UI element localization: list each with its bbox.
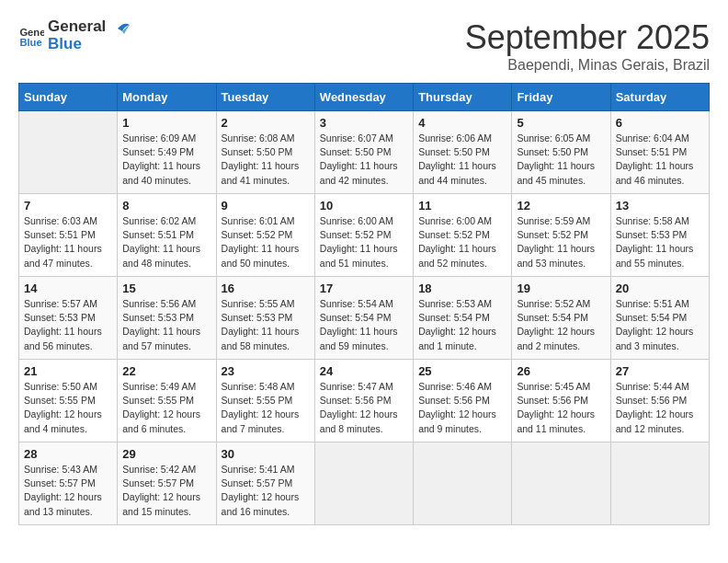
calendar-cell: 7Sunrise: 6:03 AM Sunset: 5:51 PM Daylig… <box>19 194 118 277</box>
location-subtitle: Baependi, Minas Gerais, Brazil <box>465 57 710 74</box>
day-info: Sunrise: 5:59 AM Sunset: 5:52 PM Dayligh… <box>517 214 605 270</box>
day-number: 30 <box>222 447 310 461</box>
logo: General Blue General Blue <box>18 18 131 52</box>
calendar-cell <box>610 442 709 525</box>
calendar-cell: 29Sunrise: 5:42 AM Sunset: 5:57 PM Dayli… <box>118 442 216 525</box>
day-info: Sunrise: 5:53 AM Sunset: 5:54 PM Dayligh… <box>418 297 506 353</box>
week-row-2: 7Sunrise: 6:03 AM Sunset: 5:51 PM Daylig… <box>19 194 710 277</box>
day-number: 21 <box>24 364 112 378</box>
day-number: 2 <box>222 116 310 130</box>
calendar-cell: 10Sunrise: 6:00 AM Sunset: 5:52 PM Dayli… <box>314 194 413 277</box>
calendar-cell: 17Sunrise: 5:54 AM Sunset: 5:54 PM Dayli… <box>314 277 413 360</box>
day-number: 26 <box>517 364 605 378</box>
calendar-cell: 25Sunrise: 5:46 AM Sunset: 5:56 PM Dayli… <box>414 360 512 442</box>
day-number: 18 <box>418 282 506 295</box>
calendar-cell: 19Sunrise: 5:52 AM Sunset: 5:54 PM Dayli… <box>512 277 610 360</box>
calendar-body: 1Sunrise: 6:09 AM Sunset: 5:49 PM Daylig… <box>19 111 710 525</box>
day-number: 20 <box>616 282 704 295</box>
day-info: Sunrise: 5:54 AM Sunset: 5:54 PM Dayligh… <box>320 297 408 353</box>
header-day-friday: Friday <box>512 84 610 111</box>
day-number: 7 <box>24 199 112 213</box>
day-number: 5 <box>517 116 605 130</box>
day-number: 4 <box>418 116 506 130</box>
header-row: SundayMondayTuesdayWednesdayThursdayFrid… <box>19 84 710 111</box>
calendar-cell <box>414 442 512 525</box>
day-info: Sunrise: 5:50 AM Sunset: 5:55 PM Dayligh… <box>24 380 112 436</box>
header-day-tuesday: Tuesday <box>216 84 314 111</box>
header-day-wednesday: Wednesday <box>314 84 413 111</box>
day-info: Sunrise: 5:55 AM Sunset: 5:53 PM Dayligh… <box>222 297 310 353</box>
month-title: September 2025 <box>465 18 710 57</box>
logo-blue: Blue <box>48 36 106 53</box>
week-row-4: 21Sunrise: 5:50 AM Sunset: 5:55 PM Dayli… <box>19 360 710 442</box>
calendar-cell: 5Sunrise: 6:05 AM Sunset: 5:50 PM Daylig… <box>512 111 610 194</box>
day-number: 3 <box>320 116 408 130</box>
header-day-saturday: Saturday <box>610 84 709 111</box>
logo-general: General <box>48 18 106 36</box>
logo-icon: General Blue <box>18 23 44 49</box>
calendar-cell: 12Sunrise: 5:59 AM Sunset: 5:52 PM Dayli… <box>512 194 610 277</box>
calendar-cell: 9Sunrise: 6:01 AM Sunset: 5:52 PM Daylig… <box>216 194 314 277</box>
calendar-cell: 18Sunrise: 5:53 AM Sunset: 5:54 PM Dayli… <box>414 277 512 360</box>
calendar-cell: 14Sunrise: 5:57 AM Sunset: 5:53 PM Dayli… <box>19 277 118 360</box>
day-info: Sunrise: 5:41 AM Sunset: 5:57 PM Dayligh… <box>222 463 310 519</box>
calendar-cell: 28Sunrise: 5:43 AM Sunset: 5:57 PM Dayli… <box>19 442 118 525</box>
day-info: Sunrise: 6:07 AM Sunset: 5:50 PM Dayligh… <box>320 132 408 188</box>
day-number: 1 <box>122 116 210 130</box>
day-number: 15 <box>122 282 210 295</box>
calendar-cell <box>512 442 610 525</box>
day-info: Sunrise: 6:01 AM Sunset: 5:52 PM Dayligh… <box>222 214 310 270</box>
day-number: 27 <box>616 364 704 378</box>
day-info: Sunrise: 6:00 AM Sunset: 5:52 PM Dayligh… <box>320 214 408 270</box>
day-number: 16 <box>222 282 310 295</box>
calendar-header: SundayMondayTuesdayWednesdayThursdayFrid… <box>19 84 710 111</box>
day-info: Sunrise: 6:02 AM Sunset: 5:51 PM Dayligh… <box>122 214 210 270</box>
calendar-cell: 2Sunrise: 6:08 AM Sunset: 5:50 PM Daylig… <box>216 111 314 194</box>
day-info: Sunrise: 6:04 AM Sunset: 5:51 PM Dayligh… <box>616 132 704 188</box>
svg-text:Blue: Blue <box>19 36 41 47</box>
calendar-cell: 22Sunrise: 5:49 AM Sunset: 5:55 PM Dayli… <box>118 360 216 442</box>
day-info: Sunrise: 5:57 AM Sunset: 5:53 PM Dayligh… <box>24 297 112 353</box>
day-info: Sunrise: 6:00 AM Sunset: 5:52 PM Dayligh… <box>418 214 506 270</box>
title-block: September 2025 Baependi, Minas Gerais, B… <box>465 18 710 74</box>
day-info: Sunrise: 5:52 AM Sunset: 5:54 PM Dayligh… <box>517 297 605 353</box>
calendar-cell: 24Sunrise: 5:47 AM Sunset: 5:56 PM Dayli… <box>314 360 413 442</box>
day-info: Sunrise: 5:42 AM Sunset: 5:57 PM Dayligh… <box>122 463 210 519</box>
header-day-sunday: Sunday <box>19 84 118 111</box>
calendar-cell: 20Sunrise: 5:51 AM Sunset: 5:54 PM Dayli… <box>610 277 709 360</box>
day-info: Sunrise: 6:08 AM Sunset: 5:50 PM Dayligh… <box>222 132 310 188</box>
calendar-table: SundayMondayTuesdayWednesdayThursdayFrid… <box>18 83 710 525</box>
week-row-1: 1Sunrise: 6:09 AM Sunset: 5:49 PM Daylig… <box>19 111 710 194</box>
header-day-monday: Monday <box>118 84 216 111</box>
day-number: 29 <box>122 447 210 461</box>
day-number: 8 <box>122 199 210 213</box>
day-info: Sunrise: 5:47 AM Sunset: 5:56 PM Dayligh… <box>320 380 408 436</box>
calendar-cell: 3Sunrise: 6:07 AM Sunset: 5:50 PM Daylig… <box>314 111 413 194</box>
calendar-cell <box>314 442 413 525</box>
day-number: 13 <box>616 199 704 213</box>
logo-bird-icon <box>104 17 131 45</box>
day-number: 17 <box>320 282 408 295</box>
day-info: Sunrise: 5:56 AM Sunset: 5:53 PM Dayligh… <box>122 297 210 353</box>
day-number: 22 <box>122 364 210 378</box>
day-number: 25 <box>418 364 506 378</box>
day-info: Sunrise: 5:58 AM Sunset: 5:53 PM Dayligh… <box>616 214 704 270</box>
calendar-cell: 23Sunrise: 5:48 AM Sunset: 5:55 PM Dayli… <box>216 360 314 442</box>
day-number: 11 <box>418 199 506 213</box>
calendar-cell: 4Sunrise: 6:06 AM Sunset: 5:50 PM Daylig… <box>414 111 512 194</box>
calendar-cell: 8Sunrise: 6:02 AM Sunset: 5:51 PM Daylig… <box>118 194 216 277</box>
day-info: Sunrise: 6:06 AM Sunset: 5:50 PM Dayligh… <box>418 132 506 188</box>
calendar-cell: 26Sunrise: 5:45 AM Sunset: 5:56 PM Dayli… <box>512 360 610 442</box>
day-info: Sunrise: 6:03 AM Sunset: 5:51 PM Dayligh… <box>24 214 112 270</box>
day-number: 23 <box>222 364 310 378</box>
day-info: Sunrise: 6:05 AM Sunset: 5:50 PM Dayligh… <box>517 132 605 188</box>
day-info: Sunrise: 5:48 AM Sunset: 5:55 PM Dayligh… <box>222 380 310 436</box>
calendar-cell <box>19 111 118 194</box>
day-number: 14 <box>24 282 112 295</box>
day-number: 6 <box>616 116 704 130</box>
day-number: 9 <box>222 199 310 213</box>
week-row-5: 28Sunrise: 5:43 AM Sunset: 5:57 PM Dayli… <box>19 442 710 525</box>
calendar-cell: 13Sunrise: 5:58 AM Sunset: 5:53 PM Dayli… <box>610 194 709 277</box>
header-day-thursday: Thursday <box>414 84 512 111</box>
day-number: 10 <box>320 199 408 213</box>
